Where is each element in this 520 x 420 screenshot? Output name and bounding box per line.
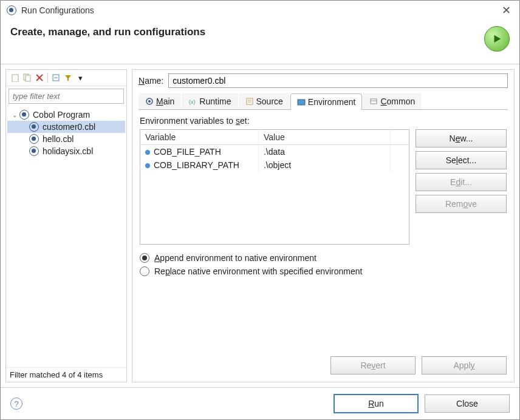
col-variable[interactable]: Variable — [140, 130, 258, 145]
target-icon — [145, 97, 154, 106]
common-icon — [369, 97, 378, 106]
table-row[interactable]: COB_LIBRARY_PATH .\object — [140, 158, 409, 172]
tab-source[interactable]: Source — [239, 93, 290, 109]
table-row[interactable]: COB_FILE_PATH .\data — [140, 145, 409, 159]
revert-button: Revert — [330, 356, 416, 374]
remove-button: Remove — [416, 195, 507, 213]
radio-icon — [140, 253, 149, 263]
tab-environment[interactable]: Environment — [290, 93, 363, 110]
svg-text:(x): (x) — [189, 99, 196, 105]
tab-main[interactable]: Main — [139, 93, 181, 109]
bullet-icon — [145, 163, 150, 168]
close-icon[interactable]: ✕ — [499, 3, 513, 18]
dialog-footer: ? Run Close — [1, 387, 519, 419]
tab-bar: Main (x) Runtime Source Environment Comm… — [139, 93, 508, 110]
tree-root-cobol-program[interactable]: ⌄ Cobol Program — [7, 109, 125, 121]
svg-rect-11 — [247, 98, 253, 104]
tree-item-label: customer0.cbl — [43, 122, 95, 132]
tree-item-label: holidaysix.cbl — [43, 146, 93, 156]
delete-config-icon[interactable] — [34, 72, 45, 83]
env-section-label: Environment variables to set: — [140, 116, 507, 126]
select-button[interactable]: Select... — [416, 151, 507, 169]
target-icon — [29, 122, 39, 132]
radio-append[interactable]: Append environment to native environment — [140, 253, 507, 263]
tree-root-label: Cobol Program — [33, 110, 90, 120]
run-play-icon — [484, 26, 510, 52]
duplicate-config-icon[interactable] — [22, 72, 33, 83]
radio-icon — [140, 266, 149, 276]
source-icon — [245, 97, 254, 106]
edit-button: Edit... — [416, 173, 507, 191]
filter-status: Filter matched 4 of 4 items — [6, 367, 126, 382]
new-config-icon[interactable] — [10, 72, 21, 83]
target-icon — [29, 146, 39, 156]
svg-rect-14 — [298, 100, 305, 105]
close-button[interactable]: Close — [425, 395, 510, 413]
tab-runtime[interactable]: (x) Runtime — [182, 93, 238, 109]
bullet-icon — [145, 150, 150, 155]
col-spacer — [390, 130, 409, 145]
env-vars-table[interactable]: Variable Value COB_FILE_PATH .\data — [140, 129, 409, 245]
chevron-down-icon[interactable]: ⌄ — [12, 112, 19, 118]
radio-replace[interactable]: Replace native environment with specifie… — [140, 266, 507, 276]
target-icon — [29, 134, 39, 144]
tree-item-label: hello.cbl — [43, 134, 74, 144]
env-buttons: New... Select... Edit... Remove — [416, 129, 507, 213]
tree-item-hello[interactable]: hello.cbl — [7, 133, 125, 145]
tree-item-customer0[interactable]: customer0.cbl — [7, 121, 125, 133]
tab-content-environment: Environment variables to set: Variable V… — [139, 110, 508, 378]
help-icon[interactable]: ? — [10, 398, 22, 410]
tree-item-holidaysix[interactable]: holidaysix.cbl — [7, 145, 125, 157]
svg-rect-1 — [12, 75, 18, 82]
window-title: Run Configurations — [21, 5, 499, 15]
svg-rect-15 — [371, 99, 377, 104]
env-mode-radios: Append environment to native environment… — [140, 253, 507, 280]
svg-rect-3 — [26, 75, 30, 81]
svg-point-9 — [148, 100, 151, 103]
filter-input[interactable] — [9, 89, 124, 104]
header: Create, manage, and run configurations — [1, 20, 519, 64]
titlebar: Run Configurations ✕ — [1, 1, 519, 20]
runtime-icon: (x) — [188, 97, 197, 106]
toolbar-separator — [47, 73, 48, 83]
collapse-all-icon[interactable] — [50, 72, 61, 83]
environment-icon — [297, 98, 306, 106]
run-button[interactable]: Run — [334, 394, 419, 413]
filter-icon[interactable] — [63, 72, 74, 83]
config-detail-panel: Name: Main (x) Runtime Source Environmen… — [132, 69, 515, 382]
tab-common[interactable]: Common — [363, 93, 422, 109]
sidebar-toolbar: ▾ — [6, 70, 126, 86]
app-icon — [7, 5, 16, 15]
toolbar-menu-icon[interactable]: ▾ — [75, 72, 86, 83]
apply-button: Apply — [422, 356, 507, 374]
target-icon — [19, 110, 29, 120]
name-input[interactable] — [168, 73, 508, 88]
new-button[interactable]: New... — [416, 129, 507, 147]
name-label: Name: — [139, 76, 163, 86]
config-tree: ⌄ Cobol Program customer0.cbl hello.cbl … — [6, 106, 126, 367]
svg-marker-0 — [494, 35, 501, 43]
config-sidebar: ▾ ⌄ Cobol Program customer0.cbl hello.cb… — [5, 69, 127, 382]
col-value[interactable]: Value — [258, 130, 390, 145]
page-title: Create, manage, and run configurations — [10, 26, 484, 38]
